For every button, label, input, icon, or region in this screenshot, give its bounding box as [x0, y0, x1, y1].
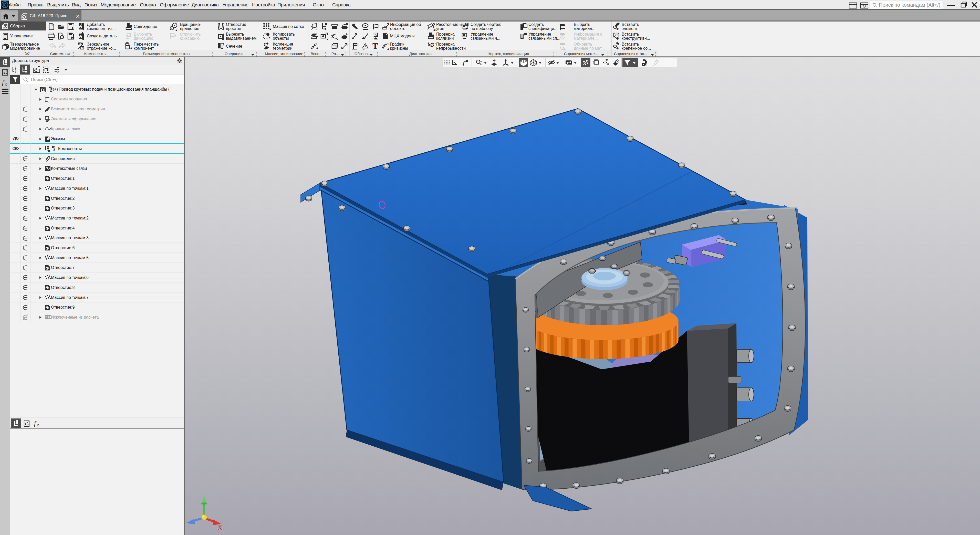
svg-text:2: 2	[15, 71, 16, 73]
svg-text:X: X	[218, 524, 222, 532]
svg-text:R: R	[346, 32, 348, 36]
svg-text:f: f	[34, 420, 37, 427]
svg-text:i: i	[562, 36, 563, 40]
svg-text:E: E	[356, 35, 358, 39]
svg-text:Y: Y	[202, 491, 206, 498]
svg-text:A: A	[375, 33, 377, 37]
svg-text:G?: G?	[430, 42, 436, 48]
svg-text:?: ?	[433, 22, 435, 28]
svg-text:f: f	[2, 79, 5, 86]
svg-text:x: x	[5, 82, 7, 86]
svg-text:T: T	[372, 42, 378, 50]
svg-text:x: x	[37, 423, 39, 427]
svg-text:?: ?	[387, 22, 389, 27]
svg-text:Т: Т	[466, 23, 468, 26]
